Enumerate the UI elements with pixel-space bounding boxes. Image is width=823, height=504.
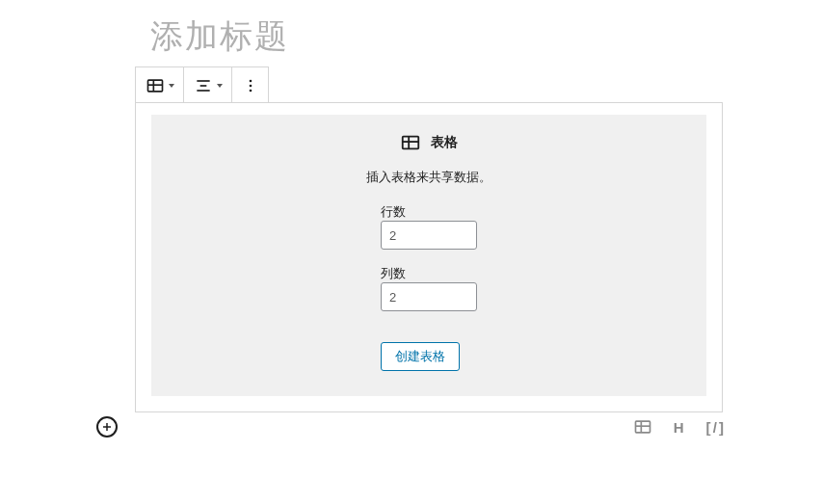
chevron-down-icon	[169, 84, 174, 88]
more-options-button[interactable]	[232, 67, 268, 103]
rows-input[interactable]	[381, 221, 477, 250]
block-toolbar	[135, 66, 269, 104]
heading-block-suggestion[interactable]: H	[674, 419, 685, 436]
post-title-input[interactable]: 添加标题	[150, 14, 289, 59]
align-icon	[194, 76, 213, 95]
placeholder-header: 表格	[400, 132, 458, 153]
table-placeholder: 表格 插入表格来共享数据。 行数 列数 创建表格	[151, 115, 706, 396]
table-icon	[146, 76, 165, 95]
create-table-button[interactable]: 创建表格	[381, 342, 460, 371]
plus-icon	[101, 421, 113, 433]
more-vertical-icon	[241, 76, 260, 95]
svg-point-7	[249, 84, 252, 87]
table-icon	[400, 132, 421, 153]
block-appender-row: H [ / ]	[96, 416, 723, 438]
svg-point-6	[249, 79, 252, 82]
chevron-down-icon	[217, 84, 223, 88]
add-block-button[interactable]	[96, 416, 118, 438]
svg-point-8	[249, 89, 252, 92]
shortcode-block-suggestion[interactable]: [ / ]	[706, 419, 724, 436]
table-block: 表格 插入表格来共享数据。 行数 列数 创建表格	[135, 102, 723, 412]
block-type-button[interactable]	[136, 67, 184, 103]
placeholder-title: 表格	[431, 134, 458, 151]
cols-label: 列数	[381, 265, 477, 282]
placeholder-description: 插入表格来共享数据。	[366, 169, 491, 186]
inserter-suggestions: H [ / ]	[633, 417, 723, 437]
placeholder-form: 行数 列数 创建表格	[381, 203, 477, 371]
rows-label: 行数	[381, 203, 477, 221]
cols-input[interactable]	[381, 282, 477, 311]
align-button[interactable]	[184, 67, 232, 103]
table-block-suggestion[interactable]	[633, 417, 652, 437]
